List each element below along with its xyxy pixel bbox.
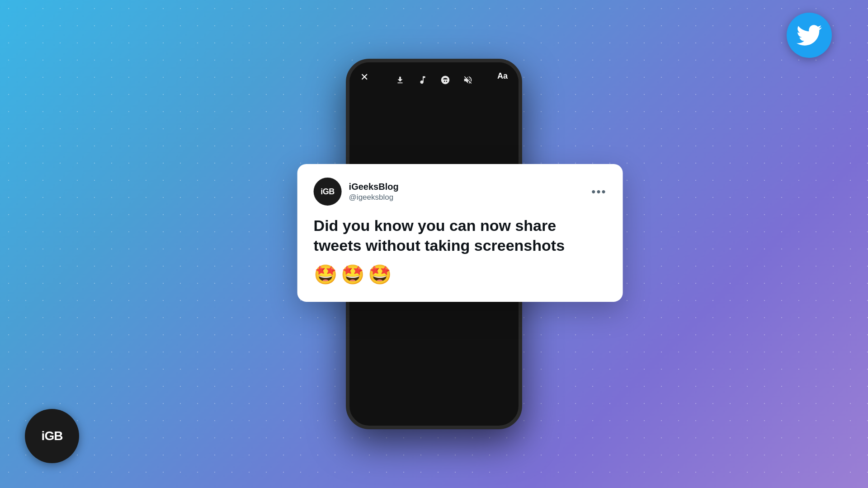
sticker-icon[interactable] — [440, 75, 450, 87]
phone-toolbar — [363, 70, 505, 87]
tweet-author: iGB iGeeksBlog @igeeksblog — [314, 178, 401, 206]
music-icon[interactable] — [418, 75, 428, 87]
close-icon[interactable]: ✕ — [360, 71, 368, 83]
tweet-author-info: iGeeksBlog @igeeksblog — [349, 181, 401, 202]
igb-logo-badge: iGB — [25, 409, 79, 463]
tweet-header: iGB iGeeksBlog @igeeksblog ••• — [314, 178, 607, 206]
tweet-avatar-text: iGB — [321, 187, 335, 196]
tweet-emojis: 🤩🤩🤩 — [314, 263, 607, 286]
twitter-bird-icon — [797, 23, 822, 48]
tweet-content: Did you know you can now share tweets wi… — [314, 216, 607, 255]
twitter-badge — [787, 13, 832, 58]
tweet-author-name: iGeeksBlog — [349, 181, 401, 192]
text-style-icon[interactable]: Aa — [497, 71, 508, 81]
mute-icon[interactable] — [463, 75, 473, 87]
tweet-author-handle: @igeeksblog — [349, 192, 401, 202]
tweet-avatar: iGB — [314, 178, 342, 206]
tweet-card: iGB iGeeksBlog @igeeksblog ••• Did you k… — [297, 164, 623, 302]
igb-badge-text: iGB — [42, 429, 63, 443]
tweet-more-icon[interactable]: ••• — [591, 186, 606, 197]
phone-screen-top: ✕ Aa — [349, 62, 519, 146]
download-icon[interactable] — [395, 75, 405, 87]
